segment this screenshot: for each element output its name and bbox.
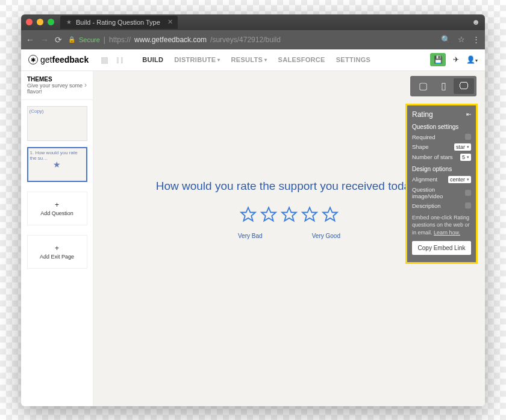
svg-marker-4 <box>323 207 337 221</box>
question-preview: How would you rate the support you recei… <box>156 180 423 406</box>
phone-icon[interactable]: ▯ <box>433 78 454 94</box>
shape-label: Shape <box>412 143 428 150</box>
logo-icon: ✱ <box>28 55 38 64</box>
alignment-select[interactable]: center▾ <box>448 176 471 183</box>
plus-icon: + <box>55 244 59 252</box>
star-1[interactable] <box>240 206 257 223</box>
numstars-select[interactable]: 5▾ <box>460 154 471 161</box>
page-thumb-rating[interactable]: 1. How would you rate the su… ★ <box>27 147 87 182</box>
forward-button: → <box>40 35 49 45</box>
rating-label-min: Very Bad <box>238 233 263 239</box>
description-label: Description <box>412 202 441 209</box>
browser-tab[interactable]: ★ Build - Rating Question Type ✕ <box>60 16 178 29</box>
question-image-checkbox[interactable] <box>465 190 471 196</box>
question-image-label: Question image/video <box>412 186 465 199</box>
panel-title: Rating ⇤ <box>412 110 471 119</box>
collapse-icon[interactable]: ⇤ <box>466 111 471 118</box>
back-button[interactable]: ← <box>26 35 34 45</box>
address-field[interactable]: 🔒 Secure | https://www.getfeedback.com/s… <box>68 36 435 44</box>
close-tab-icon[interactable]: ✕ <box>167 18 173 26</box>
section-design-options: Design options <box>412 166 471 172</box>
page-thumb-copy[interactable]: (Copy) <box>27 106 87 141</box>
url-bar: ← → ⟳ 🔒 Secure | https://www.getfeedback… <box>21 30 485 49</box>
tablet-icon[interactable]: ▢ <box>413 78 433 94</box>
incognito-icon: ☻ <box>472 17 480 27</box>
logo[interactable]: ✱ getfeedback <box>28 55 89 64</box>
shape-select[interactable]: star▾ <box>454 143 471 151</box>
minimize-window-button[interactable] <box>37 19 43 25</box>
maximize-window-button[interactable] <box>48 19 54 25</box>
description-checkbox[interactable] <box>465 202 471 208</box>
alignment-label: Alignment <box>412 176 437 183</box>
app-body: THEMES Give your survey some flavor! › (… <box>21 71 485 406</box>
reload-button[interactable]: ⟳ <box>55 35 62 45</box>
sidebar: THEMES Give your survey some flavor! › (… <box>21 71 93 406</box>
star-3[interactable] <box>281 206 298 223</box>
plus-icon: + <box>55 201 59 209</box>
star-icon: ★ <box>53 160 61 169</box>
copy-embed-link-button[interactable]: Copy Embed Link <box>412 241 471 255</box>
svg-marker-3 <box>302 207 316 221</box>
tab-distribute[interactable]: DISTRIBUTE▾ <box>174 56 220 63</box>
canvas: ▢ ▯ 🖵 How would you rate the support you… <box>93 71 485 406</box>
tab-favicon-star-icon: ★ <box>65 19 72 26</box>
traffic-lights <box>26 19 54 25</box>
secure-label: Secure <box>79 36 100 43</box>
tab-salesforce[interactable]: SALESFORCE <box>278 56 325 63</box>
required-checkbox[interactable] <box>465 134 471 140</box>
star-4[interactable] <box>301 206 318 223</box>
tab-results[interactable]: RESULTS▾ <box>231 56 267 63</box>
browser-window: ★ Build - Rating Question Type ✕ ☻ ← → ⟳… <box>21 14 485 406</box>
titlebar: ★ Build - Rating Question Type ✕ ☻ <box>21 14 485 30</box>
question-text[interactable]: How would you rate the support you recei… <box>156 180 423 193</box>
rating-label-max: Very Good <box>312 233 340 239</box>
chevron-right-icon: › <box>84 81 87 89</box>
device-preview-toggle: ▢ ▯ 🖵 <box>410 76 476 96</box>
add-question-button[interactable]: + Add Question <box>27 192 87 225</box>
bookmark-star-icon[interactable]: ☆ <box>458 35 465 44</box>
send-icon[interactable]: ✈ <box>453 55 459 64</box>
nav-controls: ← → ⟳ <box>26 35 62 45</box>
add-exit-page-button[interactable]: + Add Exit Page <box>27 235 87 269</box>
svg-marker-2 <box>282 207 296 221</box>
lock-icon: 🔒 <box>68 36 75 43</box>
tab-build[interactable]: BUILD <box>142 56 163 63</box>
numstars-label: Number of stars <box>412 154 453 160</box>
tab-title: Build - Rating Question Type <box>76 19 160 26</box>
save-button[interactable]: 💾 <box>430 53 446 66</box>
section-question-settings: Question settings <box>412 124 471 130</box>
browser-menu-icon[interactable]: ⋮ <box>472 35 480 44</box>
app-bar: ✱ getfeedback ▦ ⫿⫿ BUILD DISTRIBUTE▾ RES… <box>21 49 485 71</box>
svg-marker-1 <box>261 207 275 221</box>
nav-tabs: BUILD DISTRIBUTE▾ RESULTS▾ SALESFORCE SE… <box>142 56 370 63</box>
themes-header[interactable]: THEMES Give your survey some flavor! › <box>21 71 93 100</box>
settings-panel: Rating ⇤ Question settings Required Shap… <box>405 104 478 265</box>
star-2[interactable] <box>260 206 277 223</box>
star-5[interactable] <box>322 206 339 223</box>
user-menu[interactable]: 👤▾ <box>466 55 478 64</box>
desktop-icon[interactable]: 🖵 <box>454 78 474 94</box>
svg-marker-0 <box>241 207 255 221</box>
tab-settings[interactable]: SETTINGS <box>336 56 370 63</box>
grid-view-icon[interactable]: ▦ <box>101 55 108 64</box>
close-window-button[interactable] <box>26 19 33 25</box>
results-icon[interactable]: ⫿⫿ <box>116 55 124 64</box>
embed-help-text: Embed one-click Rating questions on the … <box>412 214 471 237</box>
learn-how-link[interactable]: Learn how. <box>434 230 460 236</box>
required-label: Required <box>412 134 436 140</box>
search-icon[interactable]: 🔍 <box>441 35 451 44</box>
rating-stars <box>156 206 423 223</box>
